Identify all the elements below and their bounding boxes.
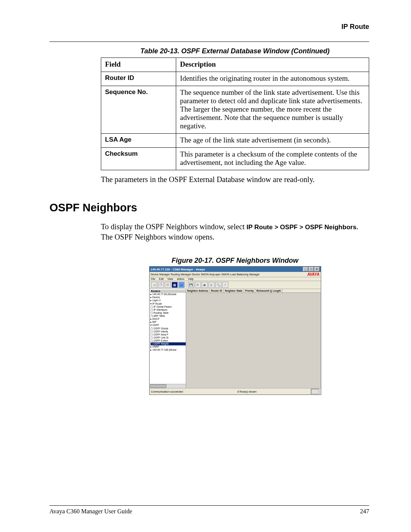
figure-caption: Figure 20-17. OSPF Neighbors Window: [101, 257, 369, 265]
field-desc: The age of the link state advertisement …: [176, 134, 369, 148]
field-desc: Identifies the originating router in the…: [176, 72, 369, 86]
tree-item[interactable]: ▢ IP Interfaces: [150, 308, 186, 312]
tree-item[interactable]: ▸ DHCP: [150, 318, 186, 321]
tree-item[interactable]: ▸ Layer 2: [150, 299, 186, 302]
tree-item[interactable]: ▸ Device: [150, 296, 186, 299]
section-heading: OSPF Neighbors: [49, 201, 369, 214]
menu-view[interactable]: View: [167, 278, 173, 280]
tool-route-icon[interactable]: ▤: [178, 282, 185, 288]
manager-tabs: Device Manager Routing Manager Device SM…: [150, 272, 321, 277]
table-caption: Table 20-13. OSPF External Database Wind…: [101, 47, 369, 55]
menu-bar[interactable]: File Edit View Action Help: [150, 277, 321, 281]
grid-header-row: Neighbor Address Router ID Neighbor Stat…: [186, 289, 321, 293]
close-icon[interactable]: ×: [314, 267, 320, 272]
tool-paste-icon[interactable]: ☳: [165, 282, 171, 288]
tree-item[interactable]: ▢ Routing Table: [150, 312, 186, 315]
body-pre: To display the OSPF Neighbors window, se…: [101, 222, 247, 231]
field-name: Router ID: [101, 72, 176, 86]
tree-hscrollbar[interactable]: [150, 384, 186, 388]
table-row: LSA Age The age of the link state advert…: [101, 134, 369, 148]
menu-action[interactable]: Action: [177, 278, 184, 280]
tool-refresh-icon[interactable]: ⟳: [195, 282, 201, 288]
tool-save-icon[interactable]: 💾: [188, 282, 194, 288]
table-row: Router ID Identifies the originating rou…: [101, 72, 369, 86]
col-priority[interactable]: Priority: [244, 289, 255, 292]
status-tray-icon: [311, 389, 319, 394]
window-titlebar[interactable]: 149.49.77.130 - C360 Manager - Avaya _ □…: [150, 267, 321, 272]
tree-item[interactable]: ▢ OSPF Area P: [150, 333, 186, 336]
menu-file[interactable]: File: [151, 278, 155, 280]
toolbar: ◁ ❐ ☳ ▦ ▤ 💾 ⟳ ◉ ⎙ 🔍 ?: [150, 281, 321, 289]
field-desc: The sequence number of the link state ad…: [176, 86, 369, 134]
tree-item[interactable]: ▸ 149.49.77.68 (Module: [150, 293, 186, 296]
menu-help[interactable]: Help: [188, 278, 193, 280]
field-name: LSA Age: [101, 134, 176, 148]
body-paragraph: To display the OSPF Neighbors window, se…: [101, 222, 369, 242]
tool-device-icon[interactable]: ▦: [172, 282, 178, 288]
tree-item[interactable]: ▢ IP Global Param: [150, 305, 186, 308]
tree-item[interactable]: ▾ OSPF: [150, 324, 186, 327]
table-row: Sequence No. The sequence number of the …: [101, 86, 369, 134]
table-row: Checksum This parameter is a checksum of…: [101, 148, 369, 170]
footer-title: Avaya C360 Manager User Guide: [49, 508, 132, 515]
page-footer: Avaya C360 Manager User Guide 247: [49, 505, 369, 515]
brand-logo: AVAYA: [307, 272, 319, 276]
window-title: 149.49.77.130 - C360 Manager - Avaya: [151, 268, 205, 271]
tool-back-icon[interactable]: ◁: [151, 282, 157, 288]
col-router-id[interactable]: Router ID: [210, 289, 224, 292]
col-neighbor-state[interactable]: Neighbor State: [224, 289, 244, 292]
tool-copy-icon[interactable]: ❐: [158, 282, 164, 288]
th-field: Field: [101, 58, 176, 72]
data-grid[interactable]: Neighbor Address Router ID Neighbor Stat…: [186, 289, 321, 388]
tool-print-icon[interactable]: ⎙: [209, 282, 215, 288]
tool-stop-icon[interactable]: ◉: [202, 282, 208, 288]
col-neighbor-address[interactable]: Neighbor Address: [186, 289, 210, 292]
scroll-thumb[interactable]: [150, 384, 166, 388]
tree-item[interactable]: ▢ OSPF Global: [150, 327, 186, 330]
screenshot-window: 149.49.77.130 - C360 Manager - Avaya _ □…: [149, 266, 321, 395]
tree-item-selected[interactable]: ▢ OSPF Neighb: [150, 342, 186, 345]
field-desc: This parameter is a checksum of the comp…: [176, 148, 369, 170]
col-retransmit[interactable]: Retransmit Q Length: [255, 289, 282, 292]
tree-item[interactable]: ▾ IP Route: [150, 302, 186, 305]
th-desc: Description: [176, 58, 369, 72]
tree-item[interactable]: ▸ VRRP: [150, 345, 186, 348]
tool-find-icon[interactable]: 🔍: [215, 282, 221, 288]
table-note: The parameters in the OSPF External Data…: [101, 175, 369, 184]
tree-item[interactable]: ▸ RIP: [150, 321, 186, 324]
nav-tree[interactable]: Routers ▸ 149.49.77.68 (Module ▸ Device …: [150, 289, 186, 388]
minimize-icon[interactable]: _: [303, 267, 308, 272]
tree-item[interactable]: ▢ OSPF Extern: [150, 339, 186, 342]
field-name: Checksum: [101, 148, 176, 170]
ospf-external-table: Field Description Router ID Identifies t…: [101, 58, 369, 170]
tree-header: Routers: [150, 290, 186, 293]
status-mid: 0 Row(s) shown: [237, 390, 256, 393]
toolbar-separator: [186, 282, 186, 288]
status-bar: Communication succeeded 0 Row(s) shown: [150, 388, 321, 395]
tree-item[interactable]: ▢ ARP Table: [150, 315, 186, 318]
tree-item[interactable]: ▢ OSPF Link St: [150, 336, 186, 339]
menu-edit[interactable]: Edit: [159, 278, 164, 280]
field-name: Sequence No.: [101, 86, 176, 134]
tree-item[interactable]: ▢ OSPF Interfa: [150, 330, 186, 333]
tree-item[interactable]: ▸ 149.49.77.108 (Modul: [150, 348, 186, 351]
maximize-icon[interactable]: □: [309, 267, 314, 272]
section-header: IP Route: [49, 23, 369, 31]
manager-tabs-text[interactable]: Device Manager Routing Manager Device SM…: [151, 273, 260, 276]
tool-help-icon[interactable]: ?: [222, 282, 228, 288]
page-number: 247: [360, 508, 369, 515]
status-left: Communication succeeded: [151, 390, 183, 393]
header-rule: [49, 42, 369, 42]
breadcrumb: IP Route > OSPF > OSPF Neighbors: [247, 224, 357, 231]
